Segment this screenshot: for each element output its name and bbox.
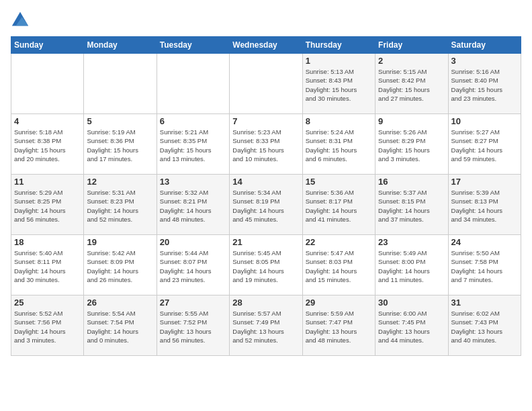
- day-number: 20: [160, 237, 226, 247]
- day-info: Sunrise: 5:36 AM Sunset: 8:17 PM Dayligh…: [306, 188, 372, 224]
- day-info: Sunrise: 5:15 AM Sunset: 8:42 PM Dayligh…: [378, 67, 445, 103]
- calendar-cell: 9Sunrise: 5:26 AM Sunset: 8:29 PM Daylig…: [375, 114, 448, 175]
- day-info: Sunrise: 5:50 AM Sunset: 7:58 PM Dayligh…: [451, 248, 518, 284]
- day-number: 5: [87, 116, 153, 126]
- day-number: 30: [378, 298, 445, 308]
- day-info: Sunrise: 5:39 AM Sunset: 8:13 PM Dayligh…: [451, 188, 518, 224]
- calendar-cell: 10Sunrise: 5:27 AM Sunset: 8:27 PM Dayli…: [448, 114, 521, 175]
- day-number: 17: [451, 177, 518, 187]
- day-number: 11: [14, 177, 81, 187]
- calendar-table: SundayMondayTuesdayWednesdayThursdayFrid…: [11, 36, 521, 356]
- calendar-week-3: 11Sunrise: 5:29 AM Sunset: 8:25 PM Dayli…: [11, 175, 521, 235]
- calendar-cell: 21Sunrise: 5:45 AM Sunset: 8:05 PM Dayli…: [230, 235, 302, 295]
- calendar-cell: 29Sunrise: 5:59 AM Sunset: 7:47 PM Dayli…: [302, 295, 375, 356]
- calendar-week-2: 4Sunrise: 5:18 AM Sunset: 8:38 PM Daylig…: [11, 114, 521, 175]
- day-info: Sunrise: 5:23 AM Sunset: 8:33 PM Dayligh…: [232, 128, 299, 163]
- calendar-cell: [11, 54, 84, 114]
- header-day-wednesday: Wednesday: [230, 37, 302, 54]
- day-number: 19: [87, 237, 153, 247]
- day-info: Sunrise: 5:21 AM Sunset: 8:35 PM Dayligh…: [160, 128, 226, 163]
- calendar-week-4: 18Sunrise: 5:40 AM Sunset: 8:11 PM Dayli…: [11, 235, 521, 295]
- calendar-cell: 3Sunrise: 5:16 AM Sunset: 8:40 PM Daylig…: [448, 54, 521, 114]
- day-info: Sunrise: 5:49 AM Sunset: 8:00 PM Dayligh…: [378, 248, 445, 284]
- calendar-cell: 4Sunrise: 5:18 AM Sunset: 8:38 PM Daylig…: [11, 114, 84, 175]
- calendar-cell: 28Sunrise: 5:57 AM Sunset: 7:49 PM Dayli…: [230, 295, 302, 356]
- day-number: 7: [232, 116, 299, 126]
- day-number: 8: [306, 116, 372, 126]
- page-header: [11, 11, 521, 30]
- day-info: Sunrise: 5:27 AM Sunset: 8:27 PM Dayligh…: [451, 128, 518, 163]
- day-info: Sunrise: 6:02 AM Sunset: 7:43 PM Dayligh…: [451, 309, 518, 345]
- day-number: 18: [14, 237, 81, 247]
- calendar-cell: 6Sunrise: 5:21 AM Sunset: 8:35 PM Daylig…: [157, 114, 229, 175]
- calendar-cell: 17Sunrise: 5:39 AM Sunset: 8:13 PM Dayli…: [448, 175, 521, 235]
- header-row: SundayMondayTuesdayWednesdayThursdayFrid…: [11, 37, 521, 54]
- day-info: Sunrise: 5:26 AM Sunset: 8:29 PM Dayligh…: [378, 128, 445, 163]
- calendar-cell: 22Sunrise: 5:47 AM Sunset: 8:03 PM Dayli…: [302, 235, 375, 295]
- day-number: 28: [232, 298, 299, 308]
- header-day-tuesday: Tuesday: [157, 37, 229, 54]
- calendar-week-1: 1Sunrise: 5:13 AM Sunset: 8:43 PM Daylig…: [11, 54, 521, 114]
- day-info: Sunrise: 5:47 AM Sunset: 8:03 PM Dayligh…: [306, 248, 372, 284]
- day-number: 26: [87, 298, 153, 308]
- day-info: Sunrise: 5:19 AM Sunset: 8:36 PM Dayligh…: [87, 128, 153, 163]
- day-info: Sunrise: 5:59 AM Sunset: 7:47 PM Dayligh…: [306, 309, 372, 345]
- calendar-cell: 27Sunrise: 5:55 AM Sunset: 7:52 PM Dayli…: [157, 295, 229, 356]
- calendar-cell: [230, 54, 302, 114]
- day-info: Sunrise: 5:13 AM Sunset: 8:43 PM Dayligh…: [306, 67, 372, 103]
- calendar-cell: 7Sunrise: 5:23 AM Sunset: 8:33 PM Daylig…: [230, 114, 302, 175]
- calendar-cell: 18Sunrise: 5:40 AM Sunset: 8:11 PM Dayli…: [11, 235, 84, 295]
- calendar-header: SundayMondayTuesdayWednesdayThursdayFrid…: [11, 37, 521, 54]
- calendar-cell: 24Sunrise: 5:50 AM Sunset: 7:58 PM Dayli…: [448, 235, 521, 295]
- day-info: Sunrise: 5:44 AM Sunset: 8:07 PM Dayligh…: [160, 248, 226, 284]
- logo: [11, 11, 32, 30]
- day-info: Sunrise: 5:32 AM Sunset: 8:21 PM Dayligh…: [160, 188, 226, 224]
- day-info: Sunrise: 5:40 AM Sunset: 8:11 PM Dayligh…: [14, 248, 81, 284]
- day-info: Sunrise: 5:31 AM Sunset: 8:23 PM Dayligh…: [87, 188, 153, 224]
- header-day-sunday: Sunday: [11, 37, 84, 54]
- day-info: Sunrise: 5:34 AM Sunset: 8:19 PM Dayligh…: [232, 188, 299, 224]
- calendar-cell: [157, 54, 229, 114]
- day-number: 25: [14, 298, 81, 308]
- day-info: Sunrise: 5:29 AM Sunset: 8:25 PM Dayligh…: [14, 188, 81, 224]
- calendar-cell: 8Sunrise: 5:24 AM Sunset: 8:31 PM Daylig…: [302, 114, 375, 175]
- day-info: Sunrise: 5:52 AM Sunset: 7:56 PM Dayligh…: [14, 309, 81, 345]
- calendar-cell: 25Sunrise: 5:52 AM Sunset: 7:56 PM Dayli…: [11, 295, 84, 356]
- day-info: Sunrise: 5:24 AM Sunset: 8:31 PM Dayligh…: [306, 128, 372, 163]
- day-number: 6: [160, 116, 226, 126]
- header-day-saturday: Saturday: [448, 37, 521, 54]
- calendar-cell: [84, 54, 157, 114]
- day-number: 27: [160, 298, 226, 308]
- calendar-cell: 14Sunrise: 5:34 AM Sunset: 8:19 PM Dayli…: [230, 175, 302, 235]
- day-number: 12: [87, 177, 153, 187]
- day-number: 22: [306, 237, 372, 247]
- header-day-friday: Friday: [375, 37, 448, 54]
- day-number: 3: [451, 56, 518, 66]
- day-info: Sunrise: 6:00 AM Sunset: 7:45 PM Dayligh…: [378, 309, 445, 345]
- calendar-cell: 1Sunrise: 5:13 AM Sunset: 8:43 PM Daylig…: [302, 54, 375, 114]
- calendar-cell: 16Sunrise: 5:37 AM Sunset: 8:15 PM Dayli…: [375, 175, 448, 235]
- calendar-cell: 23Sunrise: 5:49 AM Sunset: 8:00 PM Dayli…: [375, 235, 448, 295]
- day-info: Sunrise: 5:45 AM Sunset: 8:05 PM Dayligh…: [232, 248, 299, 284]
- day-number: 23: [378, 237, 445, 247]
- day-info: Sunrise: 5:42 AM Sunset: 8:09 PM Dayligh…: [87, 248, 153, 284]
- calendar-cell: 30Sunrise: 6:00 AM Sunset: 7:45 PM Dayli…: [375, 295, 448, 356]
- calendar-cell: 15Sunrise: 5:36 AM Sunset: 8:17 PM Dayli…: [302, 175, 375, 235]
- day-number: 24: [451, 237, 518, 247]
- calendar-cell: 13Sunrise: 5:32 AM Sunset: 8:21 PM Dayli…: [157, 175, 229, 235]
- day-info: Sunrise: 5:16 AM Sunset: 8:40 PM Dayligh…: [451, 67, 518, 103]
- day-number: 9: [378, 116, 445, 126]
- calendar-cell: 20Sunrise: 5:44 AM Sunset: 8:07 PM Dayli…: [157, 235, 229, 295]
- day-info: Sunrise: 5:55 AM Sunset: 7:52 PM Dayligh…: [160, 309, 226, 345]
- calendar-cell: 26Sunrise: 5:54 AM Sunset: 7:54 PM Dayli…: [84, 295, 157, 356]
- day-info: Sunrise: 5:37 AM Sunset: 8:15 PM Dayligh…: [378, 188, 445, 224]
- day-number: 29: [306, 298, 372, 308]
- calendar-cell: 5Sunrise: 5:19 AM Sunset: 8:36 PM Daylig…: [84, 114, 157, 175]
- day-info: Sunrise: 5:18 AM Sunset: 8:38 PM Dayligh…: [14, 128, 81, 163]
- day-info: Sunrise: 5:54 AM Sunset: 7:54 PM Dayligh…: [87, 309, 153, 345]
- day-number: 21: [232, 237, 299, 247]
- day-number: 31: [451, 298, 518, 308]
- calendar-cell: 2Sunrise: 5:15 AM Sunset: 8:42 PM Daylig…: [375, 54, 448, 114]
- day-number: 1: [306, 56, 372, 66]
- day-number: 15: [306, 177, 372, 187]
